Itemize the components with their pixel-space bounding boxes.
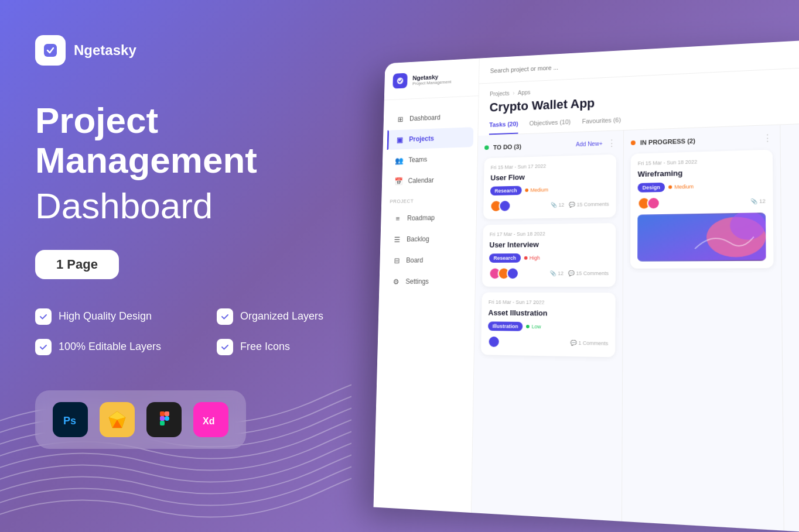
figma-icon — [152, 408, 176, 431]
sidebar: Ngetasky Project Management ⊞ Dashboard … — [374, 59, 480, 513]
col-more-todo[interactable]: ⋮ — [607, 138, 616, 149]
avatar-2c — [507, 267, 519, 280]
breadcrumb-projects: Projects — [490, 90, 510, 97]
inprogress-dot — [631, 140, 636, 145]
task-footer-2: 📎 12 💬 15 Comments — [489, 267, 608, 280]
breadcrumb-apps: Apps — [518, 89, 531, 95]
task-tags-2: Research High — [489, 253, 609, 263]
svg-rect-0 — [44, 44, 57, 57]
main-content: Projects › Apps Crypto Wallet App Tasks … — [472, 39, 799, 532]
kanban-col-todo: TO DO (3) Add New+ ⋮ Fri 15 Mar - Sun 17… — [472, 131, 624, 528]
tag-research-1: Research — [490, 186, 521, 196]
task-card-asset-illustration[interactable]: Fri 16 Mar - Sun 17 2022 Asset Illustrat… — [481, 292, 616, 357]
task-meta-3: 💬 1 Comments — [571, 340, 609, 346]
priority-dot-4 — [668, 186, 672, 189]
task-meta-1: 📎 12 💬 15 Comments — [551, 201, 609, 208]
sidebar-item-roadmap-label: Roadmap — [407, 214, 435, 222]
card-image-wireframing — [637, 212, 766, 262]
col-header-todo: TO DO (3) Add New+ ⋮ — [484, 138, 616, 153]
sidebar-item-backlog[interactable]: ☰ Backlog — [384, 228, 472, 249]
priority-low-3: Low — [526, 324, 541, 330]
feature-item-4: Free Icons — [217, 339, 363, 355]
col-header-actions-todo: Add New+ ⋮ — [576, 138, 616, 150]
sidebar-item-dashboard[interactable]: ⊞ Dashboard — [388, 106, 474, 129]
main-subtitle: Dashboard — [35, 186, 363, 226]
priority-medium-4: Medium — [668, 184, 694, 190]
sidebar-item-settings[interactable]: ⚙ Settings — [383, 272, 470, 292]
task-footer-4: 📎 12 — [637, 194, 765, 210]
check-icon-2 — [220, 312, 230, 321]
page-badge: 1 Page — [35, 250, 119, 279]
sketch-icon — [105, 408, 129, 431]
task-date-4: Fri 15 Mar - Sun 18 2022 — [638, 157, 766, 166]
teams-icon: 👥 — [395, 156, 404, 164]
sidebar-logo: Ngetasky Project Management — [384, 69, 479, 100]
task-meta-2: 📎 12 💬 15 Comments — [550, 270, 609, 276]
check-badge-4 — [217, 339, 233, 355]
task-card-wireframing[interactable]: Fri 15 Mar - Sun 18 2022 Wireframing Des… — [630, 150, 774, 269]
meta-comments-3: 💬 1 Comments — [571, 340, 609, 346]
priority-high-2: High — [524, 255, 540, 261]
sidebar-logo-icon — [392, 73, 407, 89]
check-icon-3 — [39, 342, 48, 352]
sidebar-item-calendar[interactable]: 📅 Calendar — [386, 169, 473, 191]
svg-text:Xd: Xd — [203, 416, 214, 426]
tag-research-2: Research — [489, 253, 521, 263]
ps-icon: Ps — [59, 408, 82, 431]
svg-text:Ps: Ps — [63, 415, 76, 427]
task-name-1: User Flow — [490, 170, 609, 182]
project-section-title: Project — [381, 190, 477, 208]
sidebar-item-board[interactable]: ⊟ Board — [384, 250, 471, 270]
meta-attachments-1: 📎 12 — [551, 202, 564, 208]
task-card-user-interview[interactable]: Fri 17 Mar - Sun 18 2022 User Interview … — [482, 223, 616, 287]
roadmap-icon: ≡ — [394, 214, 402, 222]
task-meta-4: 📎 12 — [750, 198, 766, 205]
tool-figma — [146, 402, 182, 437]
svg-rect-8 — [160, 411, 165, 416]
sidebar-item-dashboard-label: Dashboard — [409, 114, 441, 122]
tab-favourites[interactable]: Favourites (6) — [582, 116, 621, 132]
task-tags-4: Design Medium — [638, 180, 766, 193]
task-name-3: Asset Illustration — [488, 308, 608, 318]
tag-design-4: Design — [638, 183, 665, 193]
task-date-1: Fri 15 Mar - Sun 17 2022 — [491, 162, 609, 170]
add-new-button-todo[interactable]: Add New+ — [576, 140, 602, 147]
task-date-2: Fri 17 Mar - Sun 18 2022 — [490, 230, 609, 237]
col-title-row-inprogress: IN PROGRESS (2) — [631, 137, 695, 146]
meta-attachments-4: 📎 12 — [750, 198, 766, 205]
tag-illustration-3: Illustration — [488, 321, 523, 331]
main-title: Project Management — [35, 101, 363, 180]
tab-tasks[interactable]: Tasks (20) — [489, 121, 518, 135]
avatar-3a — [488, 335, 500, 348]
calendar-icon: 📅 — [394, 177, 403, 186]
projects-icon: ▣ — [395, 135, 404, 144]
priority-dot-2 — [524, 256, 527, 260]
sidebar-item-teams[interactable]: 👥 Teams — [387, 148, 473, 170]
active-indicator — [387, 131, 390, 150]
sidebar-logo-svg — [396, 76, 404, 85]
col-header-inprogress: IN PROGRESS (2) ⋮ — [631, 132, 773, 148]
sidebar-item-board-label: Board — [406, 256, 423, 264]
tab-objectives[interactable]: Objectives (10) — [529, 118, 571, 133]
brand-header: Ngetasky — [35, 35, 363, 66]
sidebar-item-projects-label: Projects — [409, 135, 434, 143]
check-badge-3 — [35, 339, 52, 355]
logo-icon — [42, 42, 59, 59]
task-avatars-4 — [637, 197, 656, 210]
tools-container: Ps Xd — [35, 390, 246, 449]
task-card-user-flow[interactable]: Fri 15 Mar - Sun 17 2022 User Flow Resea… — [483, 155, 616, 219]
svg-point-12 — [165, 416, 169, 421]
feature-item-2: Organized Layers — [217, 308, 363, 325]
backlog-icon: ☰ — [393, 235, 402, 243]
xd-icon: Xd — [199, 408, 223, 431]
task-tags-1: Research Medium — [490, 184, 609, 195]
sidebar-item-roadmap[interactable]: ≡ Roadmap — [385, 207, 472, 228]
col-title-inprogress: IN PROGRESS (2) — [640, 137, 695, 146]
feature-label-3: 100% Editable Layers — [59, 341, 161, 353]
avatar-1b — [498, 200, 511, 212]
sidebar-item-projects[interactable]: ▣ Projects — [387, 127, 474, 150]
todo-dot — [484, 145, 489, 150]
col-more-inprogress[interactable]: ⋮ — [763, 132, 773, 144]
card-image-svg — [637, 212, 766, 262]
task-name-2: User Interview — [489, 239, 609, 249]
